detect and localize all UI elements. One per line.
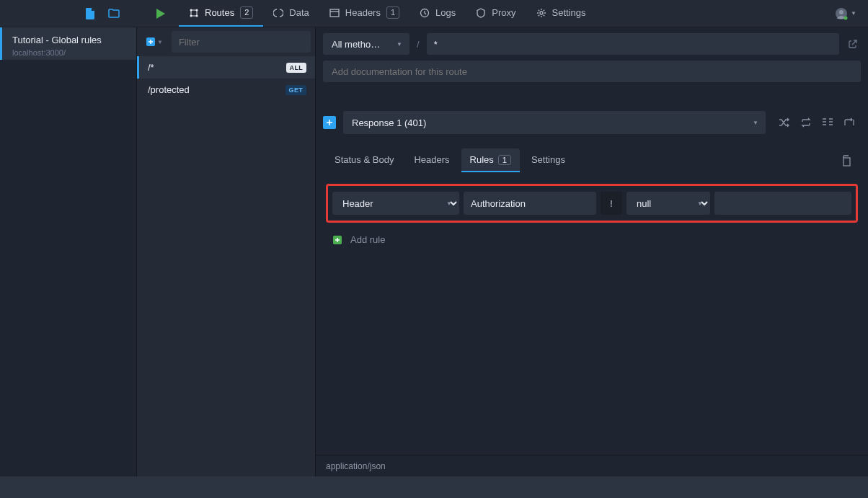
fallback-icon[interactable]	[843, 117, 855, 128]
rule-row: Header ! null	[326, 184, 858, 223]
tab-data[interactable]: Data	[263, 0, 319, 27]
main: Tutorial - Global rules localhost:3000/ …	[0, 27, 868, 476]
logs-icon	[420, 8, 430, 18]
svg-point-10	[844, 16, 848, 19]
headers-icon	[329, 9, 340, 17]
add-rule-label: Add rule	[350, 234, 385, 245]
tab-response-settings[interactable]: Settings	[523, 148, 574, 172]
toolbar-user[interactable]: ▼	[835, 7, 856, 20]
path-separator: /	[415, 39, 421, 50]
sidebar-routes: ▼ /* ALL /protected GET	[137, 27, 316, 476]
invert-rule-button[interactable]: !	[601, 192, 622, 215]
rules-count-badge: 1	[498, 155, 511, 165]
rule-operator-select[interactable]: null	[626, 192, 710, 215]
svg-rect-12	[843, 158, 850, 166]
tab-routes-label: Routes	[205, 7, 234, 18]
proxy-icon	[476, 8, 486, 18]
route-item-protected[interactable]: /protected GET	[137, 79, 315, 101]
response-row: Response 1 (401)	[316, 105, 868, 140]
tab-proxy[interactable]: Proxy	[466, 0, 526, 27]
tab-rules[interactable]: Rules 1	[461, 148, 520, 172]
route-method-badge: ALL	[286, 63, 306, 73]
bottom-status-bar	[0, 476, 868, 498]
tab-routes[interactable]: Routes 2	[179, 0, 263, 27]
route-path: /protected	[148, 84, 190, 95]
tab-proxy-label: Proxy	[492, 7, 515, 18]
route-config-row: All metho… /	[316, 27, 868, 61]
add-route-button[interactable]: ▼	[141, 32, 167, 51]
rule-key-input[interactable]	[464, 192, 596, 215]
open-folder-icon[interactable]	[108, 9, 120, 18]
tab-logs[interactable]: Logs	[409, 0, 466, 27]
tab-headers[interactable]: Headers 1	[319, 0, 409, 27]
toolbar-file-icons	[0, 8, 149, 19]
start-server-button[interactable]	[156, 8, 166, 19]
routes-header: ▼	[137, 27, 315, 56]
route-method-badge: GET	[285, 85, 306, 95]
route-path-input[interactable]	[427, 33, 839, 55]
route-documentation-input[interactable]	[323, 61, 861, 82]
gear-icon	[536, 8, 546, 18]
data-icon	[273, 8, 283, 18]
method-select[interactable]: All metho…	[323, 33, 409, 55]
content-type-label: application/json	[326, 461, 386, 471]
tab-status-body[interactable]: Status & Body	[326, 148, 402, 172]
plus-icon	[146, 37, 156, 47]
add-response-button[interactable]	[323, 116, 336, 129]
environment-title: Tutorial - Global rules	[12, 35, 126, 45]
top-toolbar: Routes 2 Data Headers 1 Logs Proxy Setti…	[0, 0, 868, 27]
response-actions	[773, 117, 861, 128]
svg-point-9	[839, 10, 843, 14]
plus-icon	[333, 236, 342, 244]
rule-target-select[interactable]: Header	[332, 192, 459, 215]
tab-data-label: Data	[289, 7, 309, 18]
repeat-icon[interactable]	[800, 117, 812, 128]
add-rule-button[interactable]: Add rule	[326, 223, 858, 257]
chevron-down-icon: ▼	[157, 39, 163, 45]
new-file-icon[interactable]	[85, 8, 95, 19]
chevron-down-icon: ▼	[851, 10, 856, 17]
sequential-icon[interactable]	[822, 117, 833, 128]
environment-item[interactable]: Tutorial - Global rules localhost:3000/	[0, 27, 136, 60]
tab-headers-badge: 1	[386, 6, 399, 19]
rules-panel: Header ! null Add rule	[316, 172, 868, 268]
shuffle-icon[interactable]	[779, 117, 790, 128]
route-item-wildcard[interactable]: /* ALL	[137, 56, 315, 79]
rule-value-input[interactable]	[714, 192, 851, 215]
copy-icon[interactable]	[841, 155, 851, 166]
content-type-footer: application/json	[316, 455, 868, 476]
tab-logs-label: Logs	[435, 7, 456, 18]
open-external-icon[interactable]	[845, 39, 861, 49]
user-icon	[835, 7, 848, 20]
routes-icon	[189, 8, 199, 18]
tab-settings[interactable]: Settings	[526, 0, 596, 27]
content-panel: All metho… / Response 1 (401)	[316, 27, 868, 476]
environment-url: localhost:3000/	[12, 48, 126, 57]
tab-routes-badge: 2	[240, 6, 253, 19]
svg-point-7	[540, 12, 543, 14]
doc-row	[316, 61, 868, 91]
route-path: /*	[148, 62, 154, 73]
response-select[interactable]: Response 1 (401)	[343, 111, 766, 134]
tab-settings-label: Settings	[552, 7, 586, 18]
filter-routes-input[interactable]	[172, 31, 311, 53]
tab-headers-label: Headers	[345, 7, 381, 18]
nav-tabs: Routes 2 Data Headers 1 Logs Proxy Setti…	[179, 0, 595, 27]
sidebar-environments: Tutorial - Global rules localhost:3000/	[0, 27, 137, 476]
method-select-wrap: All metho…	[323, 33, 409, 55]
content-tabs: Status & Body Headers Rules 1 Settings	[316, 140, 868, 172]
tab-response-headers[interactable]: Headers	[405, 148, 458, 172]
svg-rect-4	[330, 9, 339, 17]
